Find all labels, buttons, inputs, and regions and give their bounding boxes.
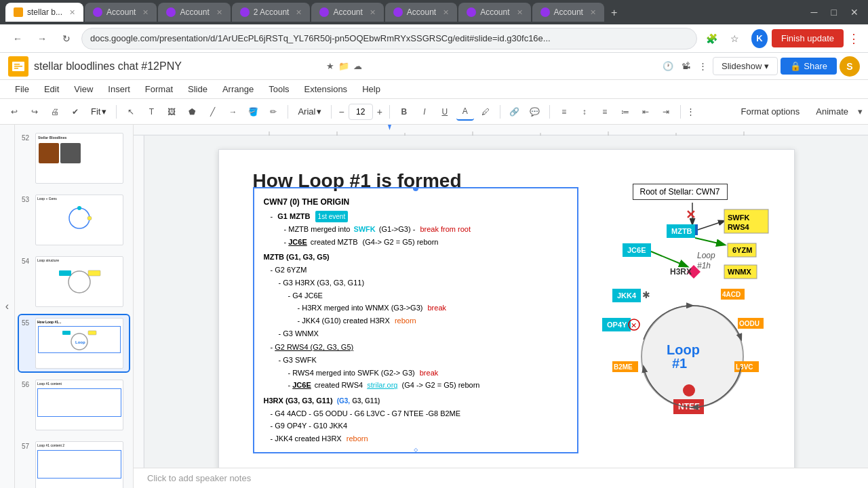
menu-format[interactable]: Format	[138, 81, 180, 97]
indent-less-button[interactable]: ⇤	[637, 103, 654, 121]
paint-tool[interactable]: 🪣	[244, 103, 262, 121]
svg-line-66	[695, 238, 724, 245]
format-options-button[interactable]: Format options	[734, 104, 807, 119]
arrow-tool[interactable]: →	[224, 103, 241, 121]
profile-button[interactable]: K	[749, 29, 768, 48]
g4-jc6e-line: - G4 JC6E	[288, 289, 568, 302]
animate-button[interactable]: Animate	[809, 104, 855, 119]
tab-close-7[interactable]: ✕	[590, 8, 596, 17]
tab-2[interactable]: Account ✕	[158, 3, 230, 22]
reload-button[interactable]: ↻	[57, 29, 76, 48]
font-size-input[interactable]	[349, 104, 373, 120]
menu-file[interactable]: File	[8, 81, 36, 97]
menu-insert[interactable]: Insert	[101, 81, 137, 97]
menu-slide[interactable]: Slide	[181, 81, 214, 97]
redo-button[interactable]: ↪	[26, 103, 43, 121]
forward-button[interactable]: →	[33, 29, 52, 48]
diagram-svg: ✕ SWFK RWS4 MZTB	[592, 184, 782, 448]
slide-canvas[interactable]: How Loop #1 is formed CWN7 (0) THE ORIGI…	[218, 149, 795, 468]
tab-0[interactable]: stellar b... ✕	[5, 3, 83, 22]
indent-more-button[interactable]: ⇥	[657, 103, 675, 121]
zoom-dropdown[interactable]: Fit ▾	[87, 105, 111, 118]
slide-thumb-52[interactable]: 52 Stellar Bloodlines	[19, 130, 129, 186]
editor-area[interactable]: How Loop #1 is formed CWN7 (0) THE ORIGI…	[144, 136, 868, 468]
doc-title[interactable]: stellar bloodlines chat #12PNY	[34, 60, 321, 73]
tab-6[interactable]: Account ✕	[458, 3, 530, 22]
slide-thumb-57[interactable]: 57 Loop #1 content 2	[19, 439, 129, 488]
history-icon[interactable]: 🕐	[660, 58, 676, 74]
link-button[interactable]: 🔗	[506, 103, 524, 121]
tab-7[interactable]: Account ✕	[532, 3, 604, 22]
pen-tool[interactable]: ✏	[264, 103, 282, 121]
url-bar[interactable]	[81, 28, 697, 49]
menu-edit[interactable]: Edit	[37, 81, 66, 97]
cloud-icon[interactable]: ☁	[353, 61, 362, 71]
tab-close-5[interactable]: ✕	[443, 8, 449, 17]
extensions-button[interactable]: 🧩	[703, 29, 722, 48]
highlight-button[interactable]: 🖊	[477, 103, 494, 121]
tab-close-6[interactable]: ✕	[517, 8, 523, 17]
menu-extensions[interactable]: Extensions	[298, 81, 355, 97]
undo-button[interactable]: ↩	[5, 103, 23, 121]
present-icon[interactable]: 📽	[679, 58, 693, 74]
font-size-decrease[interactable]: −	[337, 105, 345, 119]
numbered-list-button[interactable]: ≔	[616, 103, 634, 121]
menu-view[interactable]: View	[67, 81, 100, 97]
resize-handle-top[interactable]	[413, 187, 418, 191]
shape-tool[interactable]: ⬟	[183, 103, 201, 121]
font-dropdown[interactable]: Arial ▾	[294, 105, 326, 118]
more-toolbar-options[interactable]: ⋮	[686, 106, 695, 117]
minimize-button[interactable]: ─	[807, 4, 822, 20]
font-size-increase[interactable]: +	[376, 105, 384, 119]
line-tool[interactable]: ╱	[203, 103, 221, 121]
tab-close-2[interactable]: ✕	[216, 8, 222, 17]
star-icon[interactable]: ★	[326, 61, 334, 71]
text-tool[interactable]: T	[142, 103, 160, 121]
spellcheck-button[interactable]: ✔	[66, 103, 84, 121]
speaker-notes[interactable]: Click to add speaker notes	[134, 468, 868, 488]
finish-update-button[interactable]: Finish update	[772, 29, 844, 47]
content-box[interactable]: CWN7 (0) THE ORIGIN - G1 MZTB 1st event …	[253, 187, 578, 453]
toolbar-expand-icon[interactable]: ▾	[858, 106, 863, 117]
folder-icon[interactable]: 📁	[338, 61, 349, 71]
slide-thumb-56[interactable]: 56 Loop #1 content	[19, 377, 129, 433]
new-tab-button[interactable]: +	[606, 4, 623, 22]
slide-thumb-54[interactable]: 54 Loop structure	[19, 253, 129, 310]
tab-close-0[interactable]: ✕	[69, 8, 75, 17]
tab-3[interactable]: 2 Account ✕	[232, 3, 311, 22]
share-button[interactable]: 🔒 Share	[781, 58, 837, 75]
line-spacing-button[interactable]: ↕	[576, 103, 593, 121]
menu-tools[interactable]: Tools	[262, 81, 296, 97]
italic-button[interactable]: I	[416, 103, 433, 121]
bold-button[interactable]: B	[395, 103, 413, 121]
bullet-list-button[interactable]: ≡	[596, 103, 614, 121]
menu-help[interactable]: Help	[355, 81, 387, 97]
window-controls: ─ □ ✕	[807, 4, 863, 20]
svg-text:L3VC: L3VC	[736, 363, 753, 371]
comment-button[interactable]: 💬	[526, 103, 544, 121]
bookmark-button[interactable]: ☆	[726, 29, 745, 48]
menu-dots-button[interactable]: ⋮	[848, 31, 860, 46]
back-button[interactable]: ←	[8, 29, 27, 48]
tab-close-4[interactable]: ✕	[370, 8, 376, 17]
menu-arrange[interactable]: Arrange	[216, 81, 260, 97]
slideshow-button[interactable]: Slideshow ▾	[713, 57, 778, 75]
tab-close-1[interactable]: ✕	[142, 8, 149, 17]
maximize-button[interactable]: □	[827, 4, 841, 20]
slide-thumb-55[interactable]: 55 How Loop #1... Loop	[19, 315, 129, 371]
text-color-button[interactable]: A	[456, 103, 474, 121]
tab-close-3[interactable]: ✕	[296, 8, 302, 17]
align-left-button[interactable]: ≡	[555, 103, 573, 121]
resize-handle-bottom[interactable]: ⬦	[413, 441, 418, 453]
print-button[interactable]: 🖨	[46, 103, 64, 121]
more-icon[interactable]: ⋮	[696, 58, 710, 74]
tab-5[interactable]: Account ✕	[385, 3, 457, 22]
underline-button[interactable]: U	[436, 103, 454, 121]
slide-panel-collapse[interactable]: ‹	[0, 125, 15, 488]
select-tool[interactable]: ↖	[122, 103, 140, 121]
tab-4[interactable]: Account ✕	[311, 3, 383, 22]
tab-1[interactable]: Account ✕	[85, 3, 157, 22]
close-window-button[interactable]: ✕	[846, 4, 863, 20]
slide-thumb-53[interactable]: 53 Loop + Gens	[19, 192, 129, 248]
image-tool[interactable]: 🖼	[163, 103, 180, 121]
